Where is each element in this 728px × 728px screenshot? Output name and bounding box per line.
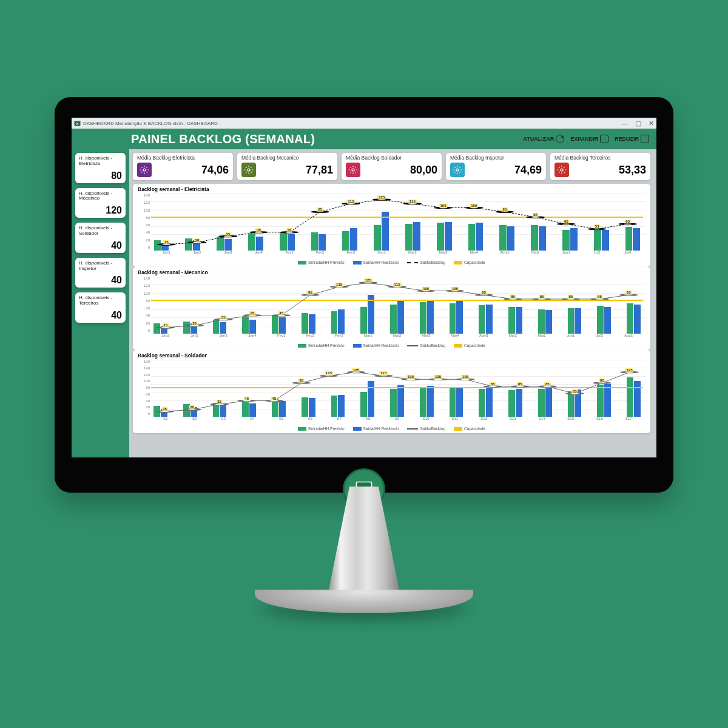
bar-saida bbox=[397, 301, 404, 334]
expand-button[interactable]: EXPANDIR bbox=[570, 135, 608, 143]
bar-group bbox=[417, 300, 436, 334]
bar-entrada bbox=[437, 223, 444, 251]
bar-group bbox=[447, 387, 466, 417]
bar-entrada bbox=[153, 323, 160, 334]
bar-entrada bbox=[479, 305, 485, 334]
kpi-icon bbox=[554, 163, 569, 177]
bar-saida bbox=[190, 323, 197, 334]
monitor-stand-neck bbox=[328, 487, 400, 596]
bar-entrada bbox=[302, 313, 308, 334]
sidebar-card[interactable]: H. disponíveis - Inspetor40 bbox=[75, 258, 126, 288]
bar-entrada bbox=[627, 377, 633, 417]
monitor-bezel: X DASHBOARD Manutenção E BACKLOG.xlsm - … bbox=[55, 97, 673, 493]
sidebar-card[interactable]: H. disponíveis - Soldador40 bbox=[75, 223, 126, 253]
chart-legend: Entrada/HH Previsto Saída/HH Realizado S… bbox=[138, 425, 645, 433]
bar-saida bbox=[161, 326, 167, 334]
capacity-line bbox=[151, 300, 643, 301]
sidebar: H. disponíveis - Eletricista80H. disponí… bbox=[72, 149, 129, 457]
bar-entrada bbox=[302, 397, 308, 417]
bar-group bbox=[595, 306, 613, 334]
bar-group bbox=[559, 228, 580, 251]
kpi-label: Média Backlog Terceiros bbox=[554, 155, 646, 161]
kpi-value: 80,00 bbox=[410, 164, 437, 177]
refresh-button[interactable]: ATUALIZAR bbox=[523, 135, 564, 143]
bar-entrada bbox=[420, 388, 426, 417]
sidebar-card-label: H. disponíveis - Soldador bbox=[79, 226, 122, 237]
window-minimize-button[interactable]: — bbox=[621, 120, 628, 127]
sidebar-card[interactable]: H. disponíveis - Mecanico120 bbox=[75, 188, 126, 218]
bar-saida bbox=[486, 388, 493, 417]
bar-group bbox=[506, 389, 525, 417]
bar-saida bbox=[309, 314, 315, 334]
bar-entrada bbox=[468, 224, 476, 251]
bar-entrada bbox=[594, 228, 601, 251]
bar-saida bbox=[220, 322, 226, 334]
chart-title: Backlog semanal - Soldador bbox=[138, 352, 645, 359]
capacity-line bbox=[151, 217, 643, 218]
kpi-label: Média Backlog Soldador bbox=[346, 155, 437, 161]
bar-entrada bbox=[342, 231, 349, 251]
bar-saida bbox=[604, 307, 611, 334]
kpi-card: Média Backlog Inspetor 74,69 bbox=[446, 153, 546, 180]
bar-group bbox=[536, 309, 554, 334]
kpi-icon bbox=[137, 163, 152, 177]
chart-bars bbox=[151, 194, 643, 251]
kpi-card: Média Backlog Mecanico 77,81 bbox=[237, 153, 337, 180]
window-close-button[interactable]: ✕ bbox=[649, 120, 654, 127]
bar-group bbox=[434, 222, 454, 251]
bar-saida bbox=[413, 222, 420, 251]
sidebar-card-value: 40 bbox=[79, 240, 122, 251]
sidebar-card-label: H. disponíveis - Mecanico bbox=[79, 191, 122, 202]
bar-entrada bbox=[185, 238, 192, 251]
sidebar-card[interactable]: H. disponíveis - Eletricista80 bbox=[75, 153, 126, 183]
dashboard-header: PAINEL BACKLOG (SEMANAL) ATUALIZAR EXPAN… bbox=[72, 129, 656, 149]
bar-group bbox=[308, 232, 329, 251]
bar-saida bbox=[516, 389, 522, 417]
bar-saida bbox=[545, 310, 552, 334]
bar-group bbox=[595, 384, 613, 417]
sidebar-card-label: H. disponíveis - Terceiros bbox=[79, 295, 122, 306]
bar-group bbox=[299, 313, 318, 334]
x-axis: S1S2S3S4S5S6S7S8S9S10S11S12S13S14S15S16S… bbox=[151, 417, 643, 425]
chart-bars bbox=[151, 277, 643, 334]
bar-entrada bbox=[280, 232, 287, 251]
chart-card-soldador: Backlog semanal - Soldador 1601401201008… bbox=[133, 350, 650, 433]
bar-group bbox=[536, 388, 554, 417]
bar-saida bbox=[309, 398, 315, 417]
bar-group bbox=[181, 322, 200, 334]
chart-title: Backlog semanal - Eletricista bbox=[138, 186, 645, 192]
bar-entrada bbox=[331, 396, 338, 417]
bar-saida bbox=[161, 243, 169, 251]
bar-group bbox=[465, 223, 486, 251]
bar-entrada bbox=[183, 322, 190, 334]
bar-saida bbox=[249, 403, 256, 417]
window-maximize-button[interactable]: ▢ bbox=[635, 120, 641, 127]
bar-entrada bbox=[568, 308, 575, 334]
bar-saida bbox=[279, 317, 286, 334]
reduce-button[interactable]: REDUZIR bbox=[615, 135, 649, 143]
bar-entrada bbox=[374, 225, 381, 251]
bar-entrada bbox=[568, 391, 575, 417]
bar-saida bbox=[456, 387, 463, 417]
bar-saida bbox=[220, 405, 226, 417]
bar-saida bbox=[545, 388, 552, 417]
bar-entrada bbox=[627, 303, 633, 334]
chart-legend: Entrada/HH Previsto Saída/HH Realizado S… bbox=[138, 259, 645, 267]
bar-saida bbox=[507, 226, 514, 251]
bar-entrada bbox=[217, 237, 224, 251]
chart-plot: 140120100806040200 bbox=[138, 277, 645, 342]
bar-group bbox=[388, 385, 406, 417]
bar-group bbox=[329, 395, 348, 417]
bar-entrada bbox=[405, 224, 413, 251]
sidebar-card-value: 40 bbox=[79, 275, 122, 286]
bar-entrada bbox=[508, 390, 515, 417]
chart-card-mecanico: Backlog semanal - Mecanico 1401201008060… bbox=[133, 267, 650, 350]
bar-saida bbox=[256, 237, 263, 251]
bar-saida bbox=[161, 409, 167, 417]
window-title: DASHBOARD Manutenção E BACKLOG.xlsm - DA… bbox=[83, 121, 218, 126]
chart-title: Backlog semanal - Mecanico bbox=[138, 269, 645, 275]
bar-group bbox=[151, 323, 170, 334]
sidebar-card[interactable]: H. disponíveis - Terceiros40 bbox=[75, 292, 126, 323]
kpi-icon bbox=[346, 163, 360, 177]
bar-group bbox=[388, 301, 406, 334]
